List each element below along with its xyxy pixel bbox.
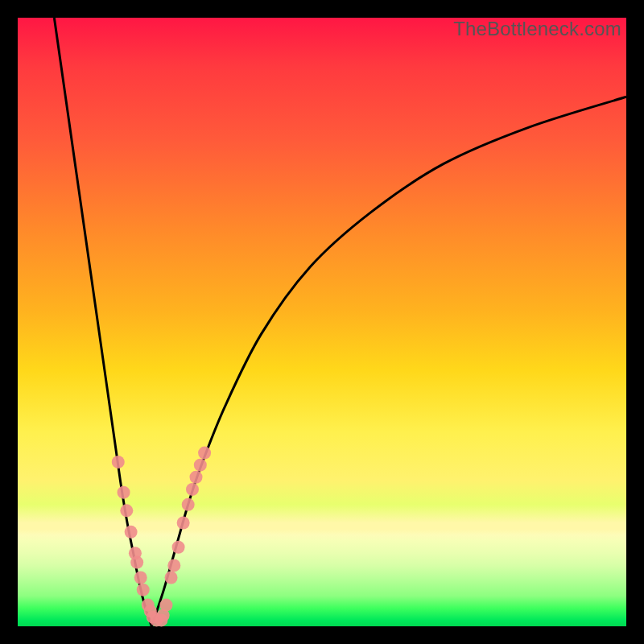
curve-marker xyxy=(194,459,207,472)
plot-area: TheBottleneck.com xyxy=(18,18,626,626)
curve-marker xyxy=(137,584,150,597)
curve-marker xyxy=(120,504,133,517)
curve-right-branch xyxy=(151,97,626,626)
curve-left-branch xyxy=(54,18,151,626)
curve-marker xyxy=(118,486,130,499)
curve-marker xyxy=(134,572,147,584)
curve-marker xyxy=(198,447,211,460)
curve-group xyxy=(54,18,626,626)
curve-marker xyxy=(172,541,185,554)
chart-frame: TheBottleneck.com xyxy=(0,0,644,644)
curve-marker xyxy=(125,526,138,539)
curve-marker xyxy=(186,483,199,496)
bottleneck-curve xyxy=(18,18,626,626)
curve-marker xyxy=(182,498,195,511)
curve-marker xyxy=(130,556,143,569)
curve-marker xyxy=(167,559,180,572)
curve-marker xyxy=(159,599,172,612)
curve-marker xyxy=(177,516,190,529)
curve-marker xyxy=(190,471,203,484)
curve-marker xyxy=(165,572,178,584)
curve-marker xyxy=(112,456,125,469)
